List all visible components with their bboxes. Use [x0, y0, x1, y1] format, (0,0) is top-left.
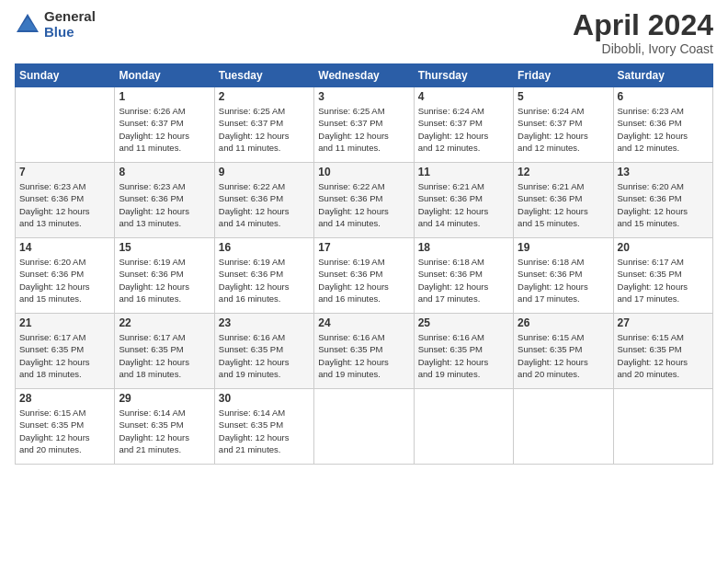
table-row: 2Sunrise: 6:25 AMSunset: 6:37 PMDaylight… [214, 87, 313, 163]
col-wednesday: Wednesday [314, 64, 414, 87]
day-number: 24 [318, 316, 409, 329]
day-number: 14 [19, 241, 110, 254]
calendar-table: Sunday Monday Tuesday Wednesday Thursday… [15, 63, 713, 465]
table-row: 1Sunrise: 6:26 AMSunset: 6:37 PMDaylight… [115, 87, 214, 163]
table-row: 27Sunrise: 6:15 AMSunset: 6:35 PMDayligh… [613, 314, 712, 389]
calendar-header-row: Sunday Monday Tuesday Wednesday Thursday… [16, 64, 713, 87]
day-number: 1 [119, 90, 210, 103]
day-number: 9 [219, 166, 310, 178]
day-info: Sunrise: 6:25 AMSunset: 6:37 PMDaylight:… [219, 105, 310, 154]
day-number: 28 [19, 392, 110, 405]
day-number: 22 [119, 316, 210, 329]
day-number: 17 [318, 241, 409, 254]
day-info: Sunrise: 6:15 AMSunset: 6:35 PMDaylight:… [518, 331, 609, 380]
table-row: 7Sunrise: 6:23 AMSunset: 6:36 PMDaylight… [16, 163, 115, 238]
table-row [613, 389, 712, 465]
day-number: 15 [119, 241, 210, 254]
logo-icon [15, 12, 40, 38]
logo: General Blue [15, 9, 96, 40]
table-row: 8Sunrise: 6:23 AMSunset: 6:36 PMDaylight… [115, 163, 214, 238]
day-number: 12 [518, 166, 609, 178]
day-info: Sunrise: 6:26 AMSunset: 6:37 PMDaylight:… [119, 105, 210, 154]
col-sunday: Sunday [16, 64, 115, 87]
col-monday: Monday [115, 64, 214, 87]
day-number: 29 [119, 392, 210, 405]
logo-text: General Blue [44, 9, 96, 40]
day-info: Sunrise: 6:24 AMSunset: 6:37 PMDaylight:… [518, 105, 609, 154]
table-row: 24Sunrise: 6:16 AMSunset: 6:35 PMDayligh… [314, 314, 414, 389]
table-row: 21Sunrise: 6:17 AMSunset: 6:35 PMDayligh… [16, 314, 115, 389]
table-row: 28Sunrise: 6:15 AMSunset: 6:35 PMDayligh… [16, 389, 115, 465]
day-info: Sunrise: 6:18 AMSunset: 6:36 PMDaylight:… [518, 256, 609, 304]
day-info: Sunrise: 6:15 AMSunset: 6:35 PMDaylight:… [618, 331, 709, 380]
day-number: 27 [618, 316, 709, 329]
day-number: 5 [518, 90, 609, 103]
table-row: 11Sunrise: 6:21 AMSunset: 6:36 PMDayligh… [414, 163, 513, 238]
day-info: Sunrise: 6:24 AMSunset: 6:37 PMDaylight:… [418, 105, 509, 154]
day-info: Sunrise: 6:14 AMSunset: 6:35 PMDaylight:… [119, 407, 210, 455]
week-row-3: 14Sunrise: 6:20 AMSunset: 6:36 PMDayligh… [16, 238, 713, 314]
day-number: 16 [219, 241, 310, 254]
day-info: Sunrise: 6:14 AMSunset: 6:35 PMDaylight:… [219, 407, 310, 455]
day-number: 23 [219, 316, 310, 329]
day-number: 7 [19, 166, 110, 178]
header: General Blue April 2024 Dibobli, Ivory C… [15, 9, 713, 56]
table-row: 13Sunrise: 6:20 AMSunset: 6:36 PMDayligh… [613, 163, 712, 238]
day-number: 6 [618, 90, 709, 103]
day-number: 20 [618, 241, 709, 254]
day-info: Sunrise: 6:23 AMSunset: 6:36 PMDaylight:… [618, 105, 709, 154]
day-info: Sunrise: 6:20 AMSunset: 6:36 PMDaylight:… [19, 256, 110, 304]
day-info: Sunrise: 6:16 AMSunset: 6:35 PMDaylight:… [219, 331, 310, 380]
logo-blue-text: Blue [44, 25, 96, 40]
table-row [414, 389, 513, 465]
day-info: Sunrise: 6:20 AMSunset: 6:36 PMDaylight:… [618, 180, 709, 229]
day-info: Sunrise: 6:17 AMSunset: 6:35 PMDaylight:… [19, 331, 110, 380]
day-number: 11 [418, 166, 509, 178]
day-number: 8 [119, 166, 210, 178]
day-info: Sunrise: 6:22 AMSunset: 6:36 PMDaylight:… [219, 180, 310, 229]
table-row: 20Sunrise: 6:17 AMSunset: 6:35 PMDayligh… [613, 238, 712, 314]
page: General Blue April 2024 Dibobli, Ivory C… [0, 0, 728, 563]
day-number: 13 [618, 166, 709, 178]
week-row-5: 28Sunrise: 6:15 AMSunset: 6:35 PMDayligh… [16, 389, 713, 465]
day-info: Sunrise: 6:16 AMSunset: 6:35 PMDaylight:… [418, 331, 509, 380]
day-info: Sunrise: 6:25 AMSunset: 6:37 PMDaylight:… [318, 105, 409, 154]
day-number: 2 [219, 90, 310, 103]
day-info: Sunrise: 6:21 AMSunset: 6:36 PMDaylight:… [418, 180, 509, 229]
table-row: 15Sunrise: 6:19 AMSunset: 6:36 PMDayligh… [115, 238, 214, 314]
table-row: 9Sunrise: 6:22 AMSunset: 6:36 PMDaylight… [214, 163, 313, 238]
table-row: 14Sunrise: 6:20 AMSunset: 6:36 PMDayligh… [16, 238, 115, 314]
day-number: 19 [518, 241, 609, 254]
col-saturday: Saturday [613, 64, 712, 87]
col-thursday: Thursday [414, 64, 513, 87]
table-row [16, 87, 115, 163]
week-row-1: 1Sunrise: 6:26 AMSunset: 6:37 PMDaylight… [16, 87, 713, 163]
day-info: Sunrise: 6:19 AMSunset: 6:36 PMDaylight:… [119, 256, 210, 304]
day-number: 18 [418, 241, 509, 254]
day-number: 10 [318, 166, 409, 178]
table-row: 4Sunrise: 6:24 AMSunset: 6:37 PMDaylight… [414, 87, 513, 163]
table-row [314, 389, 414, 465]
day-info: Sunrise: 6:18 AMSunset: 6:36 PMDaylight:… [418, 256, 509, 304]
table-row: 22Sunrise: 6:17 AMSunset: 6:35 PMDayligh… [115, 314, 214, 389]
table-row: 6Sunrise: 6:23 AMSunset: 6:36 PMDaylight… [613, 87, 712, 163]
day-number: 3 [318, 90, 409, 103]
table-row: 3Sunrise: 6:25 AMSunset: 6:37 PMDaylight… [314, 87, 414, 163]
table-row: 17Sunrise: 6:19 AMSunset: 6:36 PMDayligh… [314, 238, 414, 314]
day-number: 21 [19, 316, 110, 329]
title-location: Dibobli, Ivory Coast [573, 41, 713, 56]
title-block: April 2024 Dibobli, Ivory Coast [573, 9, 713, 56]
table-row: 30Sunrise: 6:14 AMSunset: 6:35 PMDayligh… [214, 389, 313, 465]
day-info: Sunrise: 6:21 AMSunset: 6:36 PMDaylight:… [518, 180, 609, 229]
table-row: 16Sunrise: 6:19 AMSunset: 6:36 PMDayligh… [214, 238, 313, 314]
day-number: 4 [418, 90, 509, 103]
table-row: 29Sunrise: 6:14 AMSunset: 6:35 PMDayligh… [115, 389, 214, 465]
svg-marker-1 [18, 17, 37, 30]
day-number: 30 [219, 392, 310, 405]
table-row: 19Sunrise: 6:18 AMSunset: 6:36 PMDayligh… [514, 238, 613, 314]
day-number: 26 [518, 316, 609, 329]
table-row: 12Sunrise: 6:21 AMSunset: 6:36 PMDayligh… [514, 163, 613, 238]
week-row-2: 7Sunrise: 6:23 AMSunset: 6:36 PMDaylight… [16, 163, 713, 238]
day-info: Sunrise: 6:23 AMSunset: 6:36 PMDaylight:… [119, 180, 210, 229]
day-info: Sunrise: 6:16 AMSunset: 6:35 PMDaylight:… [318, 331, 409, 380]
